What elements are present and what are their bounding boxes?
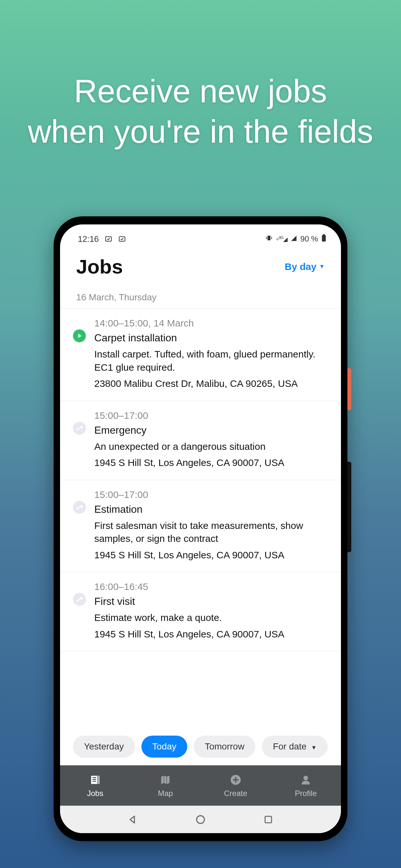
- svg-rect-1: [119, 237, 125, 241]
- nav-jobs[interactable]: Jobs: [60, 765, 130, 806]
- status-right: ÷4G◢ 90 %: [266, 234, 327, 244]
- page-header: Jobs By day ▼: [60, 249, 341, 288]
- job-body: 15:00–17:00 Estimation First salesman vi…: [94, 489, 328, 562]
- job-status-icon-wrap: [73, 489, 87, 562]
- map-icon: [159, 773, 172, 786]
- chip-for-date[interactable]: For date ▼: [262, 736, 328, 757]
- jobs-icon: [89, 773, 102, 786]
- play-icon: [73, 330, 86, 342]
- view-filter-dropdown[interactable]: By day ▼: [285, 261, 325, 272]
- date-header: 16 March, Thursday: [60, 288, 341, 309]
- nav-label: Map: [158, 789, 173, 798]
- job-status-icon-wrap: [73, 581, 87, 641]
- android-system-nav: [60, 806, 341, 833]
- job-body: 14:00–15:00, 14 March Carpet installatio…: [94, 318, 328, 391]
- nav-label: Jobs: [87, 789, 103, 798]
- svg-rect-4: [323, 234, 325, 235]
- job-card[interactable]: 15:00–17:00 Emergency An unexpected or a…: [60, 401, 341, 480]
- promo-line2: when you're in the fields: [28, 113, 373, 150]
- nav-map[interactable]: Map: [130, 765, 201, 806]
- battery-pct: 90 %: [300, 235, 318, 244]
- svg-rect-0: [105, 237, 112, 241]
- app-status-icon: [104, 235, 112, 243]
- svg-rect-2: [268, 236, 271, 241]
- job-description: First salesman visit to take measurement…: [94, 519, 328, 546]
- battery-icon: [321, 234, 327, 244]
- app-screen: 12:16 ÷4G◢ 90 %: [60, 224, 341, 833]
- vibrate-icon: [266, 235, 273, 244]
- phone-volume-button: [347, 462, 351, 552]
- svg-rect-3: [322, 235, 326, 242]
- phone-power-button: [347, 368, 351, 410]
- chevron-down-icon: ▼: [311, 744, 317, 751]
- chip-yesterday[interactable]: Yesterday: [73, 736, 135, 757]
- job-address: 1945 S Hill St, Los Angeles, CA 90007, U…: [94, 549, 328, 562]
- promo-headline: Receive new jobs when you're in the fiel…: [28, 71, 373, 152]
- nav-create[interactable]: Create: [201, 765, 271, 806]
- job-description: Install carpet. Tufted, with foam, glued…: [94, 348, 328, 374]
- chevron-down-icon: ▼: [319, 263, 325, 270]
- status-left: 12:16: [78, 234, 126, 244]
- job-time: 14:00–15:00, 14 March: [94, 318, 328, 329]
- recent-apps-button[interactable]: [261, 813, 275, 826]
- status-bar: 12:16 ÷4G◢ 90 %: [60, 229, 341, 249]
- network-icons: ÷4G◢: [276, 236, 287, 243]
- svg-rect-7: [92, 779, 96, 780]
- add-icon: [229, 773, 242, 786]
- svg-rect-8: [92, 780, 96, 781]
- wrench-icon: [73, 593, 86, 606]
- job-time: 16:00–16:45: [94, 581, 328, 592]
- svg-rect-13: [265, 816, 272, 823]
- job-title: First visit: [94, 595, 328, 608]
- job-card[interactable]: 14:00–15:00, 14 March Carpet installatio…: [60, 309, 341, 401]
- nav-profile[interactable]: Profile: [271, 765, 341, 806]
- job-body: 15:00–17:00 Emergency An unexpected or a…: [94, 410, 328, 469]
- chip-tomorrow[interactable]: Tomorrow: [194, 736, 255, 757]
- job-card[interactable]: 15:00–17:00 Estimation First salesman vi…: [60, 480, 341, 572]
- job-address: 1945 S Hill St, Los Angeles, CA 90007, U…: [94, 628, 328, 641]
- filter-label: By day: [285, 261, 316, 272]
- back-button[interactable]: [126, 813, 140, 826]
- job-body: 16:00–16:45 First visit Estimate work, m…: [94, 581, 328, 641]
- bottom-nav: Jobs Map Create Profile: [60, 765, 341, 806]
- wrench-icon: [73, 501, 86, 514]
- home-button[interactable]: [194, 813, 207, 826]
- chip-for-date-label: For date: [273, 741, 306, 751]
- app-status-icon: [118, 235, 126, 243]
- signal-icon: [290, 235, 297, 244]
- job-title: Emergency: [94, 424, 328, 436]
- job-title: Estimation: [94, 503, 328, 516]
- job-status-icon-wrap: [73, 318, 87, 391]
- chip-today[interactable]: Today: [142, 736, 188, 757]
- svg-rect-6: [92, 777, 96, 778]
- svg-point-12: [197, 816, 204, 824]
- profile-icon: [299, 773, 312, 786]
- nav-label: Profile: [295, 789, 317, 798]
- job-description: An unexpected or a dangerous situation: [94, 440, 328, 454]
- wrench-icon: [73, 422, 86, 435]
- job-card[interactable]: 16:00–16:45 First visit Estimate work, m…: [60, 572, 341, 651]
- svg-point-11: [304, 776, 308, 780]
- promo-line1: Receive new jobs: [74, 73, 327, 109]
- jobs-list[interactable]: 14:00–15:00, 14 March Carpet installatio…: [60, 309, 341, 728]
- job-time: 15:00–17:00: [94, 489, 328, 500]
- svg-rect-9: [98, 776, 99, 784]
- status-time: 12:16: [78, 234, 99, 244]
- job-time: 15:00–17:00: [94, 410, 328, 421]
- page-title: Jobs: [76, 255, 123, 278]
- job-status-icon-wrap: [73, 410, 87, 469]
- job-title: Carpet installation: [94, 332, 328, 344]
- nav-label: Create: [224, 789, 247, 798]
- date-chips: Yesterday Today Tomorrow For date ▼: [60, 728, 341, 765]
- job-description: Estimate work, make a quote.: [94, 611, 328, 624]
- phone-frame: 12:16 ÷4G◢ 90 %: [54, 216, 347, 841]
- job-address: 1945 S Hill St, Los Angeles, CA 90007, U…: [94, 456, 328, 469]
- job-address: 23800 Malibu Crest Dr, Malibu, CA 90265,…: [94, 377, 328, 391]
